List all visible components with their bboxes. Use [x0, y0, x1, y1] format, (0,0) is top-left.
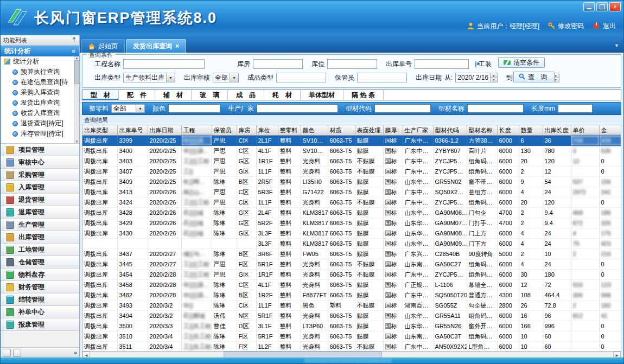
- sidebar-item-生产管理[interactable]: 生产管理: [1, 219, 79, 231]
- sidebar-section-header[interactable]: 统计分析 «: [1, 46, 79, 56]
- radio-gongzhuang[interactable]: [475, 61, 476, 68]
- tab-close-icon[interactable]: ×: [175, 43, 179, 49]
- profile-name-input[interactable]: [467, 104, 524, 113]
- tree-item[interactable]: 库存管理[待定]: [1, 129, 79, 139]
- material-tab-玻璃[interactable]: 玻 璃: [192, 90, 228, 100]
- scroll-right-icon[interactable]: ▶: [613, 352, 621, 357]
- profile-code-input[interactable]: [374, 104, 431, 113]
- column-header-出库长度[interactable]: 出库长度: [543, 125, 571, 136]
- footer-more-chevron[interactable]: »: [74, 349, 77, 356]
- footer-button-1[interactable]: [3, 349, 11, 357]
- length-input[interactable]: [558, 104, 593, 113]
- project-name-input[interactable]: [123, 59, 205, 69]
- chevron-down-icon[interactable]: ▼: [136, 105, 144, 112]
- table-row[interactable]: 调拨出库34282020/2/26石▒▒城陈琳G区2L4F整料KLM381760…: [82, 208, 621, 218]
- column-header-表面处理[interactable]: 表面处理: [355, 125, 383, 136]
- outbound-type-select[interactable]: 生产领料出库 ▼: [123, 73, 175, 82]
- chevron-down-icon[interactable]: ▼: [166, 73, 175, 82]
- sidebar-item-入库管理[interactable]: 入库管理: [1, 181, 79, 194]
- column-header-型材代码[interactable]: 型材代码: [433, 125, 467, 136]
- table-row[interactable]: 调拨出库34242020/2/26工▒▒工程严思C区1L1F整料光身料6063-…: [82, 197, 621, 208]
- minimize-button[interactable]: [583, 2, 595, 11]
- material-tab-隔热条[interactable]: 隔 热 条: [343, 90, 384, 100]
- clear-conditions-button[interactable]: 清空条件: [498, 57, 545, 68]
- sidebar-item-补单中心[interactable]: 补单中心: [1, 306, 79, 318]
- table-row[interactable]: 调拨出库34372020/2/27佛▒与…陈琳B区3R6F整料FW056063-…: [82, 249, 621, 259]
- footer-button-2[interactable]: [13, 349, 21, 357]
- sidebar-item-采购管理[interactable]: 采购管理: [1, 169, 79, 181]
- color-input[interactable]: [168, 104, 220, 113]
- material-tab-辅材[interactable]: 辅 材: [155, 90, 192, 100]
- column-header-出库日期[interactable]: 出库日期: [148, 125, 181, 136]
- column-header-库房[interactable]: 库房: [237, 125, 256, 136]
- close-button[interactable]: ×: [609, 2, 621, 11]
- location-input[interactable]: [327, 59, 377, 69]
- column-header-库位[interactable]: 库位: [256, 125, 278, 136]
- tab-list-dropdown-icon[interactable]: ▼: [614, 43, 619, 48]
- material-tab-型材[interactable]: 型 材: [82, 90, 119, 100]
- chevron-down-icon[interactable]: ▼: [230, 73, 238, 82]
- sidebar-item-项目管理[interactable]: 项目管理: [1, 144, 79, 156]
- table-row[interactable]: 调拨出库33992020/2/25华▒▒源严思C区2L1F整料SV10…6063…: [82, 136, 621, 146]
- table-row[interactable]: 调拨出库34452020/2/27工▒▒工程严思F区5R1F整料光身料6063-…: [82, 259, 621, 270]
- sidebar-item-物料盘存[interactable]: 物料盘存: [1, 269, 79, 281]
- table-row[interactable]: 调拨出库35102020/3/4工▒共工程陈琳F区5R1F整料光身料6063-T…: [82, 331, 621, 342]
- tree-item[interactable]: 采购入库查询: [1, 87, 79, 98]
- column-header-膜厚[interactable]: 膜厚: [383, 125, 403, 136]
- column-header-数量[interactable]: 数量: [519, 125, 543, 136]
- table-row[interactable]: 调拨出库34092020/2/25长▒网…陈琳B区2R5F整料LI35H0606…: [82, 177, 621, 187]
- table-row[interactable]: 调拨出库34292020/2/26石▒▒城陈琳G区5R2F整料KLM381760…: [82, 218, 621, 228]
- sidebar-item-工地管理[interactable]: 工地管理: [1, 244, 79, 256]
- column-header-出库类型[interactable]: 出库类型: [82, 125, 117, 136]
- tree-scrollbar[interactable]: ▲▼: [74, 56, 79, 143]
- manufacturer-input[interactable]: [257, 104, 338, 113]
- pin-icon[interactable]: [72, 37, 77, 43]
- column-header-整零料[interactable]: 整零料: [278, 125, 301, 136]
- table-row[interactable]: 调拨出库34822020/2/28华▒▒源…陈琳B区1R2F整料F8877FT6…: [82, 290, 621, 301]
- tree-item[interactable]: 退货查询[待定]: [1, 118, 79, 129]
- column-header-型材名称[interactable]: 型材名称: [467, 125, 497, 136]
- table-row[interactable]: 调拨出库34032020/2/25工▒▒工程严思G区1R1F整料光身料6063-…: [82, 156, 621, 167]
- table-row[interactable]: 调拨出库34582020/2/28华▒▒源…陈琳C区4L1F整料光身料6063-…: [82, 280, 621, 290]
- order-no-input[interactable]: [415, 59, 469, 69]
- table-row[interactable]: 调拨出库35002020/3/3工▒共工程曹佳D区3L1F整料LT3P60606…: [82, 321, 621, 331]
- table-row[interactable]: 调拨出库34942020/3/2石▒辉城汤伟N区5R1F整料光身料6063-T5…: [82, 311, 621, 321]
- tab-发货出库查询[interactable]: 发货出库查询×: [126, 39, 186, 53]
- column-header-出库单号[interactable]: 出库单号: [117, 125, 148, 136]
- change-password-link[interactable]: 修改密码: [548, 22, 584, 31]
- table-row[interactable]: 3L3F整料KLM38176063-T5贴膜国标山东华…GA90M09…门下方6…: [82, 239, 621, 249]
- material-tab-单体型材[interactable]: 单体型材: [301, 90, 343, 100]
- tree-item[interactable]: 在途信息查询[待: [1, 77, 79, 87]
- material-tab-配件[interactable]: 配 件: [119, 90, 155, 100]
- column-header-保管员[interactable]: 保管员: [212, 125, 237, 136]
- date-from-picker[interactable]: 2020/ 2/16 ▲▼: [455, 73, 498, 82]
- maximize-button[interactable]: [596, 2, 608, 11]
- sidebar-item-财务管理[interactable]: 财务管理: [1, 281, 79, 293]
- sidebar-item-退库管理[interactable]: 退库管理: [1, 206, 79, 219]
- column-header-材质[interactable]: 材质: [328, 125, 355, 136]
- date-spinner-icon[interactable]: ▲▼: [490, 73, 497, 82]
- warehouse-input[interactable]: [253, 59, 303, 69]
- product-type-input[interactable]: [276, 73, 326, 82]
- sidebar-item-审核中心[interactable]: 审核中心: [1, 156, 79, 169]
- tree-item[interactable]: 预算执行查询: [1, 67, 79, 77]
- scroll-left-icon[interactable]: ◀: [82, 352, 90, 357]
- collapse-icon[interactable]: «: [72, 47, 75, 55]
- tree-root[interactable]: 统计分析: [1, 56, 79, 67]
- whole-part-select[interactable]: 全部 ▼: [111, 104, 145, 113]
- sidebar-item-仓储管理[interactable]: 仓储管理: [1, 256, 79, 269]
- horizontal-scrollbar[interactable]: ◀ ▶: [82, 352, 621, 357]
- tree-item[interactable]: 收货入库查询: [1, 108, 79, 118]
- table-row[interactable]: 调拨出库35112020/3/4工▒共工程陈琳F区1L2F整料光身料6063-T…: [82, 342, 621, 352]
- scrollbar-thumb[interactable]: [224, 352, 382, 357]
- outbound-audit-select[interactable]: 全部 ▼: [213, 73, 239, 82]
- material-tab-成品[interactable]: 成 品: [228, 90, 264, 100]
- table-row[interactable]: 调拨出库34932020/3/2华▒陈琳C区1L1F整料黑色塑料不贴膜国标湖南百…: [82, 301, 621, 311]
- column-header-长度[interactable]: 长度: [497, 125, 519, 136]
- search-button[interactable]: 查 询: [513, 72, 555, 82]
- column-header-金[interactable]: 金: [599, 125, 621, 136]
- sidebar-item-报废管理[interactable]: 报废管理: [1, 318, 79, 331]
- table-row[interactable]: 调拨出库34002020/2/25华▒▒源…严思C区4L1F整料SV10…606…: [82, 146, 621, 156]
- table-row[interactable]: 调拨出库34072020/2/25工▒严思G区1L1F整料光身料6063-T5不…: [82, 167, 621, 177]
- material-tab-耗材[interactable]: 耗 材: [264, 90, 301, 100]
